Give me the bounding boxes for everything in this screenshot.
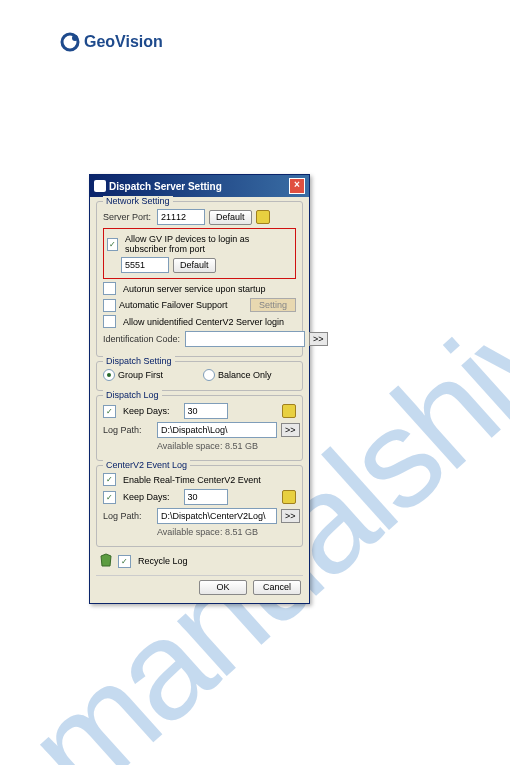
cv2-logpath-label: Log Path: [103, 511, 153, 521]
dispatch-logpath-label: Log Path: [103, 425, 153, 435]
ident-browse-button[interactable]: >> [309, 332, 328, 346]
allow-gv-label: Allow GV IP devices to login as subscrib… [125, 234, 292, 254]
highlighted-option: ✓ Allow GV IP devices to login as subscr… [103, 228, 296, 279]
failover-label: Automatic Failover Support [119, 300, 228, 310]
ident-code-input[interactable] [185, 331, 305, 347]
shield-icon[interactable] [256, 210, 270, 224]
cancel-button[interactable]: Cancel [253, 580, 301, 595]
cv2-keepdays-input[interactable] [184, 489, 228, 505]
enable-realtime-label: Enable Real-Time CenterV2 Event [123, 475, 261, 485]
autorun-label: Autorun server service upon startup [123, 284, 266, 294]
network-setting-group: Network Setting Server Port: Default ✓ A… [96, 201, 303, 357]
failover-checkbox[interactable] [103, 299, 116, 312]
cv2-avail-space: Available space: 8.51 GB [157, 527, 258, 537]
dispatch-log-legend: Dispatch Log [103, 390, 162, 400]
folder-icon[interactable] [282, 404, 296, 418]
brand-logo: GeoVision [60, 32, 163, 52]
enable-realtime-checkbox[interactable]: ✓ [103, 473, 116, 486]
cv2-keepdays-label: Keep Days: [123, 492, 170, 502]
balance-only-label: Balance Only [218, 370, 272, 380]
ident-code-label: Identification Code: [103, 334, 181, 344]
network-legend: Network Setting [103, 196, 173, 206]
close-icon[interactable]: × [289, 178, 305, 194]
svg-point-1 [72, 35, 78, 41]
allow-unident-checkbox[interactable] [103, 315, 116, 328]
dispatch-browse-button[interactable]: >> [281, 423, 300, 437]
dialog-title: Dispatch Server Setting [109, 181, 222, 192]
failover-setting-button[interactable]: Setting [250, 298, 296, 312]
server-port-input[interactable] [157, 209, 205, 225]
default-gv-button[interactable]: Default [173, 258, 216, 273]
gv-port-input[interactable] [121, 257, 169, 273]
group-first-label: Group First [118, 370, 163, 380]
allow-gv-checkbox[interactable]: ✓ [107, 238, 118, 251]
dispatch-legend: Dispatch Setting [103, 356, 175, 366]
cv2-logpath-input[interactable] [157, 508, 277, 524]
dispatch-keepdays-label: Keep Days: [123, 406, 170, 416]
dispatch-setting-group: Dispatch Setting Group First Balance Onl… [96, 361, 303, 391]
dispatch-keepdays-checkbox[interactable]: ✓ [103, 405, 116, 418]
centerv2-log-group: CenterV2 Event Log ✓ Enable Real-Time Ce… [96, 465, 303, 547]
balance-only-radio[interactable] [203, 369, 215, 381]
dispatch-log-group: Dispatch Log ✓ Keep Days: Log Path: >> A… [96, 395, 303, 461]
recycle-checkbox[interactable]: ✓ [118, 555, 131, 568]
folder-icon[interactable] [282, 490, 296, 504]
centerv2-legend: CenterV2 Event Log [103, 460, 190, 470]
dispatch-keepdays-input[interactable] [184, 403, 228, 419]
recycle-label: Recycle Log [138, 556, 188, 566]
dispatch-logpath-input[interactable] [157, 422, 277, 438]
dispatch-server-dialog: Dispatch Server Setting × Network Settin… [89, 174, 310, 604]
app-icon [94, 180, 106, 192]
logo-icon [60, 32, 80, 52]
allow-unident-label: Allow unidentified CenterV2 Server login [123, 317, 284, 327]
dispatch-avail-space: Available space: 8.51 GB [157, 441, 258, 451]
ok-button[interactable]: OK [199, 580, 247, 595]
group-first-radio[interactable] [103, 369, 115, 381]
default-port-button[interactable]: Default [209, 210, 252, 225]
autorun-checkbox[interactable] [103, 282, 116, 295]
brand-name: GeoVision [84, 33, 163, 51]
titlebar[interactable]: Dispatch Server Setting × [90, 175, 309, 197]
cv2-keepdays-checkbox[interactable]: ✓ [103, 491, 116, 504]
cv2-browse-button[interactable]: >> [281, 509, 300, 523]
server-port-label: Server Port: [103, 212, 153, 222]
recycle-icon [98, 553, 114, 569]
